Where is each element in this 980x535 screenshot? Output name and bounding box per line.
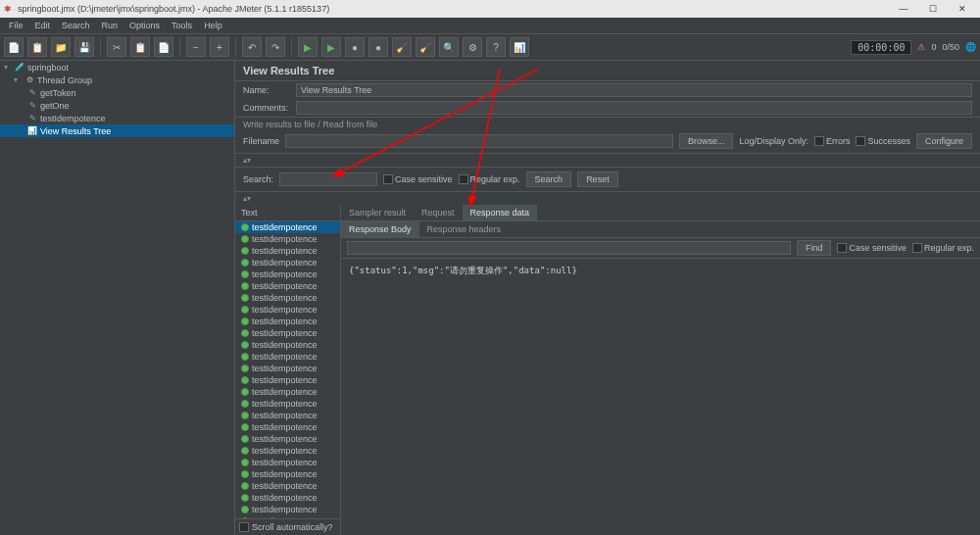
help-icon[interactable]: ? [486,37,506,57]
minimize-button[interactable]: — [890,2,917,16]
success-icon [241,341,249,349]
result-item[interactable]: testIdempotence [235,386,340,398]
regex-checkbox[interactable]: Regular exp. [459,174,520,184]
result-item[interactable]: testIdempotence [235,480,340,492]
tab-request[interactable]: Request [414,205,463,220]
menu-edit[interactable]: Edit [30,20,56,31]
resp-regex-checkbox[interactable]: Regular exp. [912,243,974,253]
paste-icon[interactable]: 📄 [154,37,173,57]
menu-options[interactable]: Options [124,20,165,31]
result-item[interactable]: testIdempotence [235,245,340,257]
templates-icon[interactable]: 📋 [27,37,47,57]
subtab-response-headers[interactable]: Response headers [419,221,510,237]
close-button[interactable]: ✕ [949,2,976,16]
tab-response-data[interactable]: Response data [463,205,538,220]
collapse-icon[interactable]: ▾ [4,63,12,72]
search-icon[interactable]: 🔍 [439,37,459,57]
start-icon[interactable]: ▶ [298,37,318,57]
collapse-icon[interactable]: ▾ [14,75,22,84]
result-item[interactable]: testIdempotence [235,363,340,374]
result-item[interactable]: testIdempotence [235,421,340,433]
plus-icon[interactable]: + [210,37,229,57]
result-item[interactable]: testIdempotence [235,257,340,268]
maximize-button[interactable]: ☐ [919,2,947,16]
result-item[interactable]: testIdempotence [235,304,340,316]
successes-checkbox[interactable]: Successes [856,136,910,146]
result-item[interactable]: testIdempotence [235,221,340,233]
browse-button[interactable]: Browse... [679,133,734,149]
result-item[interactable]: testIdempotence [235,316,340,327]
stop-icon[interactable]: ● [345,37,365,57]
result-item[interactable]: testIdempotence [235,280,340,292]
minus-icon[interactable]: − [186,37,206,57]
result-header[interactable]: Text [235,205,340,221]
configure-button[interactable]: Configure [916,133,972,149]
menu-file[interactable]: File [4,20,28,31]
success-icon [241,294,249,302]
scroll-auto-checkbox[interactable]: Scroll automatically? [235,518,340,535]
result-item[interactable]: testIdempotence [235,445,340,457]
result-item[interactable]: testIdempotence [235,268,340,280]
copy-icon[interactable]: 📋 [130,37,150,57]
menu-tools[interactable]: Tools [167,20,197,31]
tree-item-testidempotence[interactable]: ✎ testIdempotence [0,112,234,124]
result-item[interactable]: testIdempotence [235,327,340,339]
save-icon[interactable]: 💾 [74,37,94,57]
name-input[interactable] [296,83,972,97]
result-item[interactable]: testIdempotence [235,433,340,445]
result-item[interactable]: testIdempotence [235,351,340,363]
comments-label: Comments: [243,103,290,113]
result-item[interactable]: testIdempotence [235,233,340,245]
menu-run[interactable]: Run [97,20,123,31]
success-icon [241,282,249,290]
filename-input[interactable] [285,134,673,148]
result-item[interactable]: testIdempotence [235,504,340,515]
result-item[interactable]: testIdempotence [235,468,340,480]
response-body[interactable]: {"status":1,"msg":"请勿重复操作","data":null} [341,259,980,535]
thread-count: 0/50 [942,42,959,52]
case-sensitive-checkbox[interactable]: Case sensitive [383,174,453,184]
result-item[interactable]: testIdempotence [235,398,340,410]
find-button[interactable]: Find [797,240,832,256]
search-button[interactable]: Search [526,171,572,187]
response-search-input[interactable] [347,241,791,255]
result-item[interactable]: testIdempotence [235,292,340,304]
report-icon[interactable]: 📊 [510,37,529,57]
start-no-pause-icon[interactable]: ▶ [321,37,341,57]
resp-case-checkbox[interactable]: Case sensitive [837,243,906,253]
result-item[interactable]: testIdempotence [235,457,340,468]
clear-icon[interactable]: 🧹 [392,37,412,57]
comments-input[interactable] [296,101,972,115]
tree-item-getone[interactable]: ✎ getOne [0,99,234,112]
result-list[interactable]: testIdempotencetestIdempotencetestIdempo… [235,221,340,518]
shutdown-icon[interactable]: ● [368,37,388,57]
reset-button[interactable]: Reset [577,171,618,187]
tree-item-view-results-tree[interactable]: 📊 View Results Tree [0,124,234,137]
menu-search[interactable]: Search [57,20,95,31]
tree-thread-group[interactable]: ▾ ⚙ Thread Group [0,73,234,86]
new-icon[interactable]: 📄 [4,37,24,57]
search-input[interactable] [279,172,377,186]
result-item-label: testIdempotence [252,469,318,479]
tree-item-gettoken[interactable]: ✎ getToken [0,86,234,99]
errors-checkbox[interactable]: Errors [814,136,851,146]
success-icon [241,482,249,490]
cut-icon[interactable]: ✂ [107,37,126,57]
function-icon[interactable]: ⚙ [463,37,482,57]
redo-icon[interactable]: ↷ [266,37,285,57]
open-icon[interactable]: 📁 [51,37,71,57]
result-item[interactable]: testIdempotence [235,374,340,386]
menu-help[interactable]: Help [199,20,227,31]
test-plan-tree: ▾ 🧪 springboot ▾ ⚙ Thread Group ✎ getTok… [0,61,235,535]
clear-all-icon[interactable]: 🧹 [416,37,435,57]
result-item[interactable]: testIdempotence [235,339,340,351]
menubar: File Edit Search Run Options Tools Help [0,18,980,33]
result-item[interactable]: testIdempotence [235,492,340,504]
result-item[interactable]: testIdempotence [235,410,340,421]
tree-root[interactable]: ▾ 🧪 springboot [0,61,234,73]
toolbar-status: 00:00:00 ⚠ 0 0/50 🌐 [851,40,976,55]
undo-icon[interactable]: ↶ [242,37,262,57]
result-item-label: testIdempotence [252,258,318,268]
tab-sampler-result[interactable]: Sampler result [341,205,414,220]
subtab-response-body[interactable]: Response Body [341,221,419,237]
